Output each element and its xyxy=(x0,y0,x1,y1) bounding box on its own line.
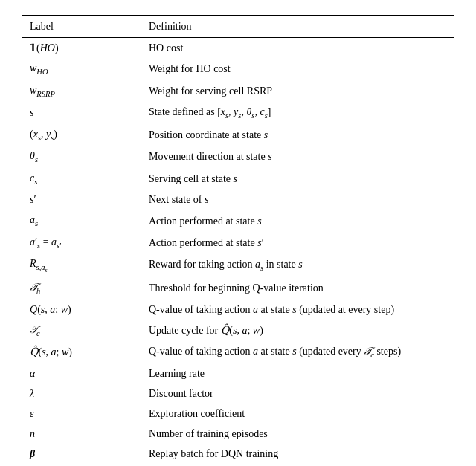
label-cell: a′s = as′ xyxy=(22,232,141,254)
table-row: αLearning rate xyxy=(22,363,454,384)
definition-cell: Reward for taking action as in state s xyxy=(141,253,454,277)
table-row: wRSRPWeight for serving cell RSRP xyxy=(22,80,454,103)
definition-cell: Q-value of taking action a at state s (u… xyxy=(141,341,454,363)
label-cell: cs xyxy=(22,168,141,190)
table-row: csServing cell at state s xyxy=(22,168,454,190)
label-cell: Rs,as xyxy=(22,253,141,277)
label-cell: (xs, ys) xyxy=(22,124,141,146)
definition-table: Label Definition 𝟙(HO)HO costwHOWeight f… xyxy=(22,15,454,466)
table-row: Rs,asReward for taking action as in stat… xyxy=(22,253,454,277)
label-cell: θs xyxy=(22,146,141,168)
table-row: 𝒯hThreshold for beginning Q-value iterat… xyxy=(22,277,454,300)
label-cell: Q̂(s, a; w) xyxy=(22,341,141,363)
definition-cell: Action performed at state s xyxy=(141,210,454,232)
table-row: 𝟙(HO)HO cost xyxy=(22,38,454,59)
table-row: Q(s, a; w)Q-value of taking action a at … xyxy=(22,300,454,320)
label-cell: Q(s, a; w) xyxy=(22,300,141,320)
definition-cell: Position coordinate at state s xyxy=(141,124,454,146)
table-row: nNumber of training episodes xyxy=(22,424,454,444)
table-row: asAction performed at state s xyxy=(22,210,454,232)
definition-cell: Next state of s xyxy=(141,190,454,210)
table-row: λDiscount factor xyxy=(22,384,454,404)
table-row: βReplay batch for DQN training xyxy=(22,444,454,464)
definition-cell: Number of training episodes xyxy=(141,424,454,444)
label-cell: s xyxy=(22,102,141,124)
definition-cell: State defined as [xs, ys, θs, cs] xyxy=(141,102,454,124)
label-cell: s′ xyxy=(22,190,141,210)
label-cell: 𝒯c xyxy=(22,320,141,342)
table-row: sState defined as [xs, ys, θs, cs] xyxy=(22,102,454,124)
label-cell: 𝟙(HO) xyxy=(22,38,141,59)
label-cell: 𝒯h xyxy=(22,277,141,300)
label-cell: λ xyxy=(22,384,141,404)
label-cell: α xyxy=(22,363,141,384)
definition-column-header: Definition xyxy=(141,16,454,38)
label-cell: ε xyxy=(22,404,141,424)
definition-cell: Weight for HO cost xyxy=(141,58,454,80)
label-cell: β xyxy=(22,444,141,464)
label-cell: n xyxy=(22,424,141,444)
table-header-row: Label Definition xyxy=(22,16,454,38)
label-column-header: Label xyxy=(22,16,141,38)
definition-cell: Update cycle for Q̂(s, a; w) xyxy=(141,320,454,342)
table-row: 𝒯cUpdate cycle for Q̂(s, a; w) xyxy=(22,320,454,342)
definition-cell: Movement direction at state s xyxy=(141,146,454,168)
definition-cell: Q-value of taking action a at state s (u… xyxy=(141,300,454,320)
definition-cell: Exploration coefficient xyxy=(141,404,454,424)
definition-cell: HO cost xyxy=(141,38,454,59)
label-cell: wRSRP xyxy=(22,80,141,103)
table-row: wHOWeight for HO cost xyxy=(22,58,454,80)
table-row: s′Next state of s xyxy=(22,190,454,210)
table-row: Q̂(s, a; w)Q-value of taking action a at… xyxy=(22,341,454,363)
definition-cell: Learning rate xyxy=(141,363,454,384)
label-cell: wHO xyxy=(22,58,141,80)
definition-cell: Discount factor xyxy=(141,384,454,404)
definition-cell: Threshold for beginning Q-value iteratio… xyxy=(141,277,454,300)
label-cell: as xyxy=(22,210,141,232)
table-row: a′s = as′Action performed at state s′ xyxy=(22,232,454,254)
definition-cell: Action performed at state s′ xyxy=(141,232,454,254)
table-row: εExploration coefficient xyxy=(22,404,454,424)
definition-cell: Replay batch for DQN training xyxy=(141,444,454,464)
definition-cell: Serving cell at state s xyxy=(141,168,454,190)
definition-cell: Weight for serving cell RSRP xyxy=(141,80,454,103)
table-row: θsMovement direction at state s xyxy=(22,146,454,168)
table-row: (xs, ys)Position coordinate at state s xyxy=(22,124,454,146)
